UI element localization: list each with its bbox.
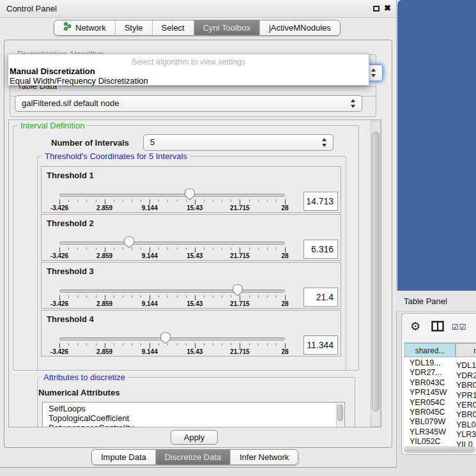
- float-window-icon[interactable]: [373, 6, 380, 12]
- table-row[interactable]: YLR345WYLR3: [404, 427, 476, 437]
- popup-item[interactable]: Manual Discretization: [8, 66, 369, 76]
- threshold-panel: Threshold 1 -3.4262.8599.14415.4321.7152…: [41, 166, 341, 213]
- slider-tick-label: 2.859: [96, 348, 112, 355]
- threshold-label: Threshold 4: [47, 314, 94, 324]
- tab-label: Infer Network: [240, 450, 289, 464]
- threshold-slider-thumb[interactable]: [123, 236, 135, 249]
- threshold-value-field[interactable]: 11.344: [303, 335, 338, 355]
- table-row[interactable]: YDR27...YDR2: [404, 368, 476, 378]
- table-row[interactable]: YER054CYER0: [404, 398, 476, 408]
- number-of-intervals-value: 5: [150, 137, 155, 147]
- popup-placeholder: Select algorithm to view settings: [8, 54, 369, 66]
- tab-label: Style: [125, 20, 143, 35]
- attribute-list-item[interactable]: SelfLoops: [49, 404, 344, 413]
- table-data-value: galFiltered.sif default node: [22, 98, 119, 108]
- shared-name-cell: YBL079W: [404, 417, 453, 427]
- table-row[interactable]: YBL079WYBL0: [404, 417, 476, 427]
- table-rows: YDL19...YDL1YDR27...YDR2YBR043CYBR0YPR14…: [404, 358, 476, 447]
- settings-scrollbar[interactable]: [371, 121, 381, 427]
- threshold-slider-thumb[interactable]: [160, 332, 171, 344]
- columns-icon[interactable]: [431, 321, 444, 334]
- slider-tick-label: 2.859: [96, 252, 112, 259]
- table-row[interactable]: YPR145WYPR1: [404, 388, 476, 397]
- table-panel-body: ⚙ ☑☑ shared... n YDL19...YDL1YDR27...YDR…: [401, 313, 476, 455]
- shared-name-cell: YER054C: [404, 398, 453, 408]
- network-icon: [63, 20, 72, 35]
- threshold-label: Threshold 3: [47, 266, 94, 276]
- attribute-list-item[interactable]: TopologicalCoefficient: [49, 413, 344, 423]
- table-row[interactable]: YBR043CYBR0: [404, 378, 476, 388]
- tab-label: Discretize Data: [165, 450, 221, 464]
- select-columns-icon[interactable]: ☑☑: [452, 323, 467, 332]
- control-panel-titlebar: Control Panel ✖: [0, 0, 396, 18]
- top-tabbar: NetworkStyleSelectCyni ToolboxjActiveMNo…: [54, 20, 341, 36]
- attribute-list-item[interactable]: BetweennessCentrality: [49, 423, 344, 427]
- tab-label: Network: [75, 20, 106, 35]
- threshold-value-field[interactable]: 6.316: [303, 240, 338, 259]
- slider-tick-label: 21.715: [230, 204, 250, 211]
- table-panel-titlebar: Table Panel: [396, 291, 476, 312]
- tab-select[interactable]: Select: [153, 20, 194, 35]
- combo-stepper-icon: [350, 98, 356, 109]
- threshold-value-field[interactable]: 14.713: [303, 192, 338, 211]
- slider-tick-label: -3.426: [50, 348, 68, 355]
- threshold-slider-thumb[interactable]: [184, 188, 196, 201]
- table-horizontal-scrollbar[interactable]: [404, 447, 475, 453]
- slider-tick-label: 28: [281, 300, 288, 307]
- combo-stepper-icon: [371, 68, 376, 78]
- table-row[interactable]: YIL052CYIL0: [404, 437, 476, 447]
- tab-impute-data[interactable]: Impute Data: [92, 450, 156, 464]
- number-of-intervals-combobox[interactable]: 5: [143, 134, 334, 151]
- slider-tick-labels: -3.4262.8599.14415.4321.71528: [59, 300, 285, 307]
- tab-cyni-toolbox[interactable]: Cyni Toolbox: [194, 20, 260, 35]
- table-data-combobox[interactable]: galFiltered.sif default node: [15, 95, 362, 112]
- popup-item[interactable]: Equal Width/Frequency Discretization: [8, 76, 369, 86]
- slider-tick-label: 15.43: [187, 300, 203, 307]
- table-row[interactable]: YDL19...YDL1: [404, 358, 476, 368]
- column-header-name[interactable]: n: [456, 343, 476, 357]
- tab-network[interactable]: Network: [54, 20, 116, 35]
- slider-tick-label: 21.715: [230, 252, 250, 259]
- node-table[interactable]: shared... n YDL19...YDL1YDR27...YDR2YBR0…: [404, 342, 476, 446]
- slider-tick-label: 21.715: [230, 300, 250, 307]
- network-window: GAL80GACGAL11GAL4GCY1HHAP2: [397, 0, 476, 291]
- threshold-slider-track[interactable]: [59, 337, 285, 341]
- bottom-tabbar: Impute DataDiscretize DataInfer Network: [91, 449, 298, 465]
- slider-tick-label: -3.426: [50, 204, 68, 211]
- tab-style[interactable]: Style: [116, 20, 153, 35]
- column-header-shared-name[interactable]: shared...: [404, 343, 456, 357]
- tab-infer-network[interactable]: Infer Network: [231, 450, 298, 464]
- threshold-value-field[interactable]: 21.4: [303, 288, 338, 307]
- close-icon[interactable]: ✖: [384, 3, 391, 13]
- slider-tick-label: 9.144: [142, 204, 158, 211]
- slider-tick-label: 15.43: [187, 252, 203, 259]
- algorithm-dropdown-popup: Select algorithm to view settings Manual…: [8, 54, 369, 86]
- slider-tick-label: -3.426: [50, 252, 68, 259]
- table-row[interactable]: YBR045CYBR0: [404, 408, 476, 417]
- threshold-slider-track[interactable]: [59, 194, 285, 197]
- panel-title: Control Panel: [6, 0, 57, 18]
- cyni-toolbox-panel: Discretization Algorithm Table Data galF…: [4, 40, 392, 448]
- scrollbar-thumb[interactable]: [372, 132, 380, 411]
- threshold-slider-thumb[interactable]: [232, 284, 243, 296]
- threshold-label: Threshold 1: [47, 171, 94, 180]
- slider-tick-label: 15.43: [187, 348, 203, 355]
- tab-discretize-data[interactable]: Discretize Data: [156, 450, 231, 464]
- attributes-list[interactable]: SelfLoopsTopologicalCoefficientBetweenne…: [42, 402, 345, 427]
- attributes-list-items: SelfLoopsTopologicalCoefficientBetweenne…: [43, 403, 344, 427]
- slider-ticks: [59, 247, 285, 252]
- threshold-panel: Threshold 2 -3.4262.8599.14415.4321.7152…: [41, 214, 341, 261]
- popup-items: Manual DiscretizationEqual Width/Frequen…: [8, 66, 369, 86]
- attributes-scrollbar[interactable]: [336, 403, 344, 427]
- table-panel-title: Table Panel: [404, 291, 447, 312]
- apply-button[interactable]: Apply: [171, 430, 218, 445]
- threshold-slider-track[interactable]: [59, 242, 285, 245]
- slider-tick-label: 28: [281, 348, 288, 355]
- tab-label: Impute Data: [101, 450, 146, 464]
- scrollbar-thumb[interactable]: [337, 404, 343, 421]
- threshold-slider-track[interactable]: [59, 289, 285, 293]
- tab-jactivemnodules[interactable]: jActiveMNodules: [260, 20, 340, 35]
- scrollbar-thumb[interactable]: [405, 448, 474, 452]
- slider-tick-label: 2.859: [96, 204, 112, 211]
- gear-icon[interactable]: ⚙: [410, 319, 420, 334]
